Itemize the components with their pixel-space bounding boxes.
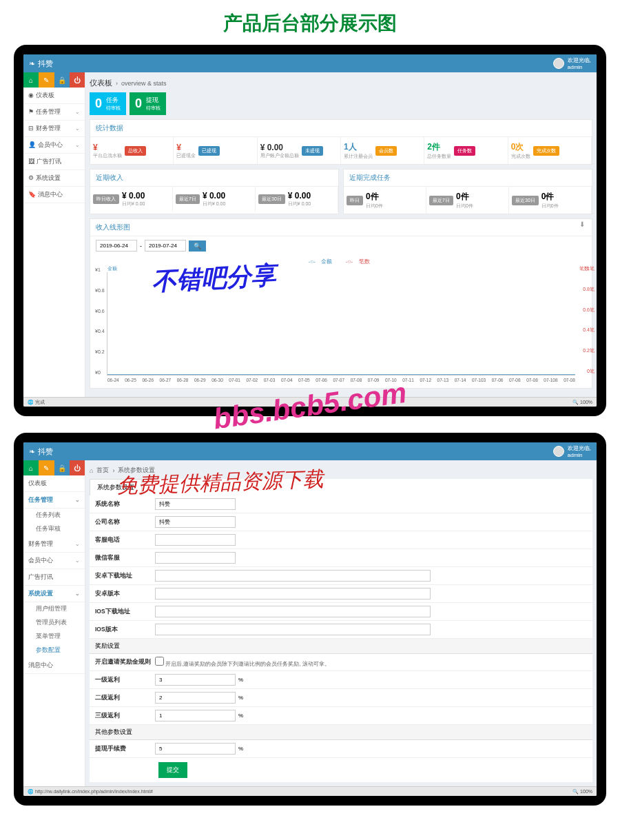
sidebar-subitem[interactable]: 任务列表 bbox=[23, 509, 85, 522]
field-label: 微信客服 bbox=[90, 554, 155, 562]
period-tag: 最近7日 bbox=[429, 196, 453, 205]
image-icon: 🖼 bbox=[28, 158, 34, 165]
sidebar-item[interactable]: 🔖 消息中心 bbox=[23, 187, 85, 203]
percent-unit: % bbox=[236, 746, 243, 752]
topbar: ❧ 抖赞 欢迎光临, admin bbox=[23, 54, 597, 72]
welcome-text: 欢迎光临, bbox=[568, 57, 591, 64]
leaf-icon: ❧ bbox=[29, 59, 35, 68]
globe-icon: 🌐 bbox=[28, 789, 34, 794]
sidebar-item[interactable]: 🖼 广告打讯 bbox=[23, 154, 85, 170]
sys_name-input[interactable] bbox=[155, 498, 236, 510]
sidebar-item[interactable]: ⚑ 任务管理⌄ bbox=[23, 104, 85, 121]
sidebar-item[interactable]: 财务管理⌄ bbox=[23, 536, 85, 553]
phone-input[interactable] bbox=[155, 534, 236, 546]
user-icon: 👤 bbox=[28, 141, 36, 148]
stat-item: 最近7日0件日均0件 bbox=[426, 187, 509, 214]
quick-home-icon[interactable]: ⌂ bbox=[23, 72, 39, 88]
stat-item: 最近7日¥ 0.00日均¥ 0.00 bbox=[173, 187, 256, 212]
field-label: 公司名称 bbox=[90, 518, 155, 526]
sidebar-item[interactable]: 消息中心 bbox=[23, 657, 85, 674]
level-input[interactable] bbox=[155, 710, 236, 721]
quick-home-icon[interactable]: ⌂ bbox=[23, 460, 39, 475]
level-label: 三级返利 bbox=[90, 712, 155, 720]
stat-box[interactable]: 0提现待审核 bbox=[130, 92, 166, 115]
withdraw-input[interactable] bbox=[155, 743, 236, 755]
reward-checkbox[interactable] bbox=[155, 657, 164, 666]
username: admin bbox=[568, 64, 591, 70]
wechat-input[interactable] bbox=[155, 552, 236, 564]
sidebar-item[interactable]: 会员中心⌄ bbox=[23, 553, 85, 569]
ios_url-input[interactable] bbox=[155, 606, 431, 617]
brand: ❧ 抖赞 bbox=[29, 59, 53, 69]
level-label: 二级返利 bbox=[90, 694, 155, 702]
stat-item: 最近30日0件日均0件 bbox=[509, 187, 592, 214]
sidebar-item[interactable]: 广告打讯 bbox=[23, 569, 85, 586]
search-button[interactable]: 🔍 bbox=[189, 240, 206, 252]
sidebar-item[interactable]: ⚙ 系统设置 bbox=[23, 170, 85, 187]
monitor-2: ❧ 抖赞 欢迎光临, admin ⌂ ✎ 🔒 ⏻ 仪表板任务管理⌄任务列表任务审… bbox=[14, 433, 606, 806]
date-from-input[interactable] bbox=[96, 240, 137, 252]
tab-settings[interactable]: 系统参数设置 bbox=[90, 479, 142, 495]
period-tag: 昨日 bbox=[347, 196, 363, 205]
sidebar-subitem[interactable]: 用户组管理 bbox=[23, 602, 85, 616]
stat-box[interactable]: 0任务待审核 bbox=[90, 92, 126, 115]
sidebar-item[interactable]: ⊟ 财务管理⌄ bbox=[23, 121, 85, 137]
stat-item: 最近30日¥ 0.00日均¥ 0.00 bbox=[256, 187, 338, 212]
recent-tasks-title: 近期完成任务 bbox=[344, 170, 592, 187]
company-input[interactable] bbox=[155, 516, 236, 528]
sidebar-subitem[interactable]: 任务审核 bbox=[23, 522, 85, 536]
metric-tag: 未提现 bbox=[302, 146, 323, 156]
sidebar-item[interactable]: 系统设置⌄ bbox=[23, 586, 85, 602]
quick-edit-icon[interactable]: ✎ bbox=[39, 460, 54, 475]
metric-tag: 会员数 bbox=[375, 146, 397, 156]
withdraw-label: 提现手续费 bbox=[90, 745, 155, 753]
quick-lock-icon[interactable]: 🔒 bbox=[54, 72, 70, 88]
field-label: IOS下载地址 bbox=[90, 608, 155, 616]
user-box[interactable]: 欢迎光临, admin bbox=[553, 57, 591, 70]
bc-home[interactable]: 首页 bbox=[96, 466, 109, 475]
field-label: 安卓版本 bbox=[90, 590, 155, 598]
quick-lock-icon[interactable]: 🔒 bbox=[54, 460, 70, 475]
submit-button[interactable]: 提交 bbox=[158, 762, 187, 778]
android_ver-input[interactable] bbox=[155, 588, 431, 600]
sidebar-subitem[interactable]: 管理员列表 bbox=[23, 616, 85, 630]
main-content: 仪表板 › overview & stats 0任务待审核0提现待审核 统计数据… bbox=[85, 72, 597, 397]
bc-path-2: 系统参数设置 bbox=[118, 466, 155, 475]
chevron-right-icon: › bbox=[116, 80, 118, 87]
sidebar-item[interactable]: 仪表板 bbox=[23, 475, 85, 492]
android_url-input[interactable] bbox=[155, 570, 431, 582]
page-heading: 产品后台部分展示图 bbox=[0, 0, 620, 45]
level-input[interactable] bbox=[155, 692, 236, 704]
yaxis-left-label: 金额 bbox=[107, 265, 117, 272]
chevron-down-icon: ⌄ bbox=[75, 142, 80, 148]
quick-edit-icon[interactable]: ✎ bbox=[39, 72, 54, 88]
username-2: admin bbox=[568, 452, 591, 458]
chart-legend: -○- 金额 -○- 笔数 ⬇ bbox=[90, 255, 592, 268]
download-icon[interactable]: ⬇ bbox=[579, 221, 585, 228]
sidebar-item[interactable]: 👤 会员中心⌄ bbox=[23, 137, 85, 154]
reward-rule-checkbox-label[interactable]: 开启后,邀请奖励的会员除下列邀请比例的会员任务奖励, 滚动可拿。 bbox=[155, 657, 330, 668]
level-label: 一级返利 bbox=[90, 676, 155, 684]
field-label: 安卓下载地址 bbox=[90, 572, 155, 580]
date-to-input[interactable] bbox=[145, 240, 186, 252]
quick-power-icon[interactable]: ⏻ bbox=[70, 460, 85, 475]
date-sep: - bbox=[140, 243, 142, 249]
stat-item: 昨日收入¥ 0.00日均¥ 0.00 bbox=[90, 187, 173, 212]
sidebar-item[interactable]: 任务管理⌄ bbox=[23, 492, 85, 509]
chevron-down-icon: ⌄ bbox=[75, 497, 80, 503]
breadcrumb: 仪表板 › overview & stats bbox=[90, 76, 592, 92]
sidebar-subitem[interactable]: 参数配置 bbox=[23, 644, 85, 657]
quick-power-icon[interactable]: ⏻ bbox=[70, 72, 85, 88]
sidebar-item[interactable]: ◉ 仪表板 bbox=[23, 88, 85, 104]
sidebar: ⌂ ✎ 🔒 ⏻ ◉ 仪表板⚑ 任务管理⌄⊟ 财务管理⌄👤 会员中心⌄🖼 广告打讯… bbox=[23, 72, 85, 397]
period-tag: 最近7日 bbox=[176, 194, 200, 204]
home-icon: ⌂ bbox=[90, 467, 93, 474]
ios_ver-input[interactable] bbox=[155, 624, 431, 635]
statusbar-2: 🌐 http://rw.dailylink.cn/index.php/admin… bbox=[23, 786, 597, 796]
level-input[interactable] bbox=[155, 674, 236, 686]
metric-item: ¥ 0.00用户账户金额总额未提现 bbox=[258, 137, 341, 164]
user-box-2[interactable]: 欢迎光临, admin bbox=[553, 444, 591, 458]
sidebar-subitem[interactable]: 菜单管理 bbox=[23, 630, 85, 644]
chevron-down-icon: ⌄ bbox=[75, 591, 80, 597]
chevron-right-icon: › bbox=[112, 467, 114, 474]
